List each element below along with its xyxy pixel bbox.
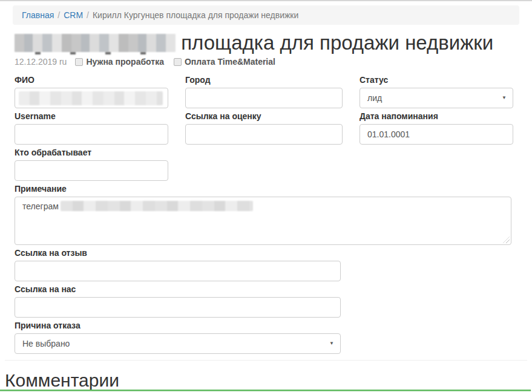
reminder-date-input[interactable]: [360, 124, 513, 145]
refusal-reason-selected-value: Не выбрано: [22, 338, 70, 350]
city-input[interactable]: [185, 88, 343, 108]
redacted-note-blur: [61, 201, 253, 211]
reminder-date-label: Дата напоминания: [360, 111, 513, 122]
payment-checkbox[interactable]: [174, 58, 182, 66]
fio-input[interactable]: [15, 88, 168, 108]
redacted-name-blur: [15, 34, 176, 52]
review-link-input[interactable]: [15, 261, 341, 281]
us-link-input[interactable]: [15, 297, 341, 318]
refusal-reason-select[interactable]: Не выбрано ▼: [15, 333, 341, 354]
fio-label: ФИО: [15, 75, 168, 85]
note-field-group: Примечание телеграм: [15, 184, 517, 245]
us-link-label: Ссылка на нас: [15, 284, 517, 295]
redacted-name-descenders: [35, 52, 171, 54]
caret-down-icon: ▼: [502, 92, 507, 104]
city-field-group: Город: [185, 75, 343, 108]
review-link-field-group: Ссылка на отзыв: [15, 248, 517, 281]
breadcrumb-current: Кирилл Кургунцев площадка для продажи не…: [93, 10, 298, 20]
status-label: Статус: [360, 75, 513, 85]
fio-field-group: ФИО: [15, 75, 168, 108]
comments-section-title: Комментарии: [5, 370, 532, 391]
meta-row: 12.12.2019 ru Нужна проработка Оплата Ti…: [15, 57, 517, 67]
username-field-group: Username: [15, 111, 168, 145]
note-textarea[interactable]: телеграм: [15, 197, 511, 245]
breadcrumb-link-crm[interactable]: CRM: [64, 10, 83, 20]
lead-form: ФИО Город Статус лид ▼ Username Ссылка н…: [15, 75, 517, 354]
comment-panel-top-border: [0, 390, 531, 391]
needs-work-checkbox[interactable]: [75, 58, 83, 66]
refusal-reason-label: Причина отказа: [15, 321, 517, 331]
city-label: Город: [185, 75, 343, 85]
page-title: площадка для продажи недвижки: [15, 32, 517, 54]
handler-label: Кто обрабатывает: [15, 148, 168, 158]
breadcrumb-link-home[interactable]: Главная: [22, 10, 54, 20]
redacted-fio-blur: [19, 91, 163, 105]
username-input[interactable]: [15, 124, 168, 145]
payment-checkbox-group[interactable]: Оплата Time&Material: [174, 57, 275, 67]
note-visible-text: телеграм: [22, 201, 59, 211]
created-date-lang: 12.12.2019 ru: [15, 57, 67, 67]
breadcrumb-separator: /: [54, 10, 64, 20]
needs-work-label: Нужна проработка: [86, 57, 164, 67]
reminder-date-field-group: Дата напоминания: [360, 111, 513, 145]
payment-label: Оплата Time&Material: [185, 57, 275, 67]
score-link-label: Ссылка на оценку: [185, 111, 343, 122]
us-link-field-group: Ссылка на нас: [15, 284, 517, 318]
resize-handle-icon[interactable]: [503, 237, 510, 243]
status-field-group: Статус лид ▼: [360, 75, 513, 108]
page-title-text: площадка для продажи недвижки: [181, 31, 493, 54]
username-label: Username: [15, 111, 168, 122]
section-divider: [5, 360, 527, 361]
handler-field-group: Кто обрабатывает: [15, 148, 168, 181]
breadcrumb-separator: /: [83, 10, 93, 20]
refusal-reason-field-group: Причина отказа Не выбрано ▼: [15, 321, 517, 354]
status-selected-value: лид: [367, 92, 382, 104]
score-link-field-group: Ссылка на оценку: [185, 111, 343, 145]
score-link-input[interactable]: [185, 124, 343, 145]
review-link-label: Ссылка на отзыв: [15, 248, 517, 258]
status-select[interactable]: лид ▼: [360, 88, 513, 108]
handler-input[interactable]: [15, 160, 168, 181]
note-label: Примечание: [15, 184, 517, 194]
breadcrumb: Главная/CRM/Кирилл Кургунцев площадка дл…: [13, 5, 519, 25]
needs-work-checkbox-group[interactable]: Нужна проработка: [75, 57, 164, 67]
caret-down-icon: ▼: [329, 338, 334, 350]
